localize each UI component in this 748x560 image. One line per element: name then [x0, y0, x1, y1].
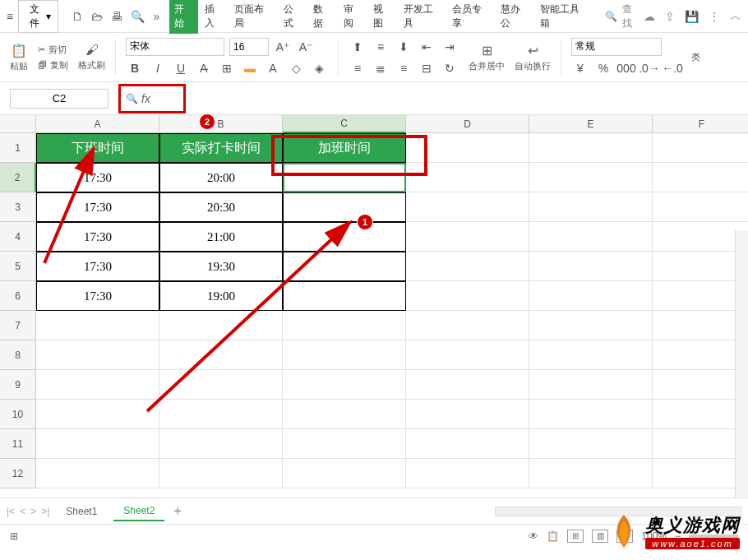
- cell[interactable]: [529, 222, 653, 252]
- cell[interactable]: [36, 400, 159, 429]
- table-cell[interactable]: 17:30: [36, 192, 159, 222]
- paste-icon[interactable]: 📋: [11, 43, 27, 58]
- row-header-2[interactable]: 2: [0, 163, 36, 192]
- indent-inc-icon[interactable]: ⇥: [441, 38, 459, 56]
- tab-review[interactable]: 审阅: [339, 0, 367, 34]
- table-cell[interactable]: 20:30: [159, 192, 283, 222]
- table-cell[interactable]: 17:30: [36, 163, 159, 192]
- table-cell[interactable]: 21:00: [159, 222, 283, 252]
- row-header-10[interactable]: 10: [0, 400, 36, 429]
- row-header-3[interactable]: 3: [0, 192, 36, 222]
- cell[interactable]: [406, 311, 529, 340]
- cell[interactable]: [159, 370, 283, 400]
- cell[interactable]: [283, 429, 406, 459]
- col-header-A[interactable]: A: [36, 115, 159, 133]
- tab-layout[interactable]: 页面布局: [229, 0, 276, 34]
- align-bot-icon[interactable]: ⬇: [395, 38, 413, 56]
- row-header-8[interactable]: 8: [0, 340, 36, 370]
- cell[interactable]: [406, 252, 529, 281]
- table-cell[interactable]: 17:30: [36, 222, 159, 252]
- cell[interactable]: [406, 340, 529, 370]
- table-header[interactable]: 实际打卡时间: [159, 133, 283, 163]
- align-left-icon[interactable]: ≡: [349, 59, 367, 77]
- cell[interactable]: [406, 370, 529, 400]
- decrease-font-icon[interactable]: A⁻: [297, 38, 315, 56]
- cell[interactable]: [653, 163, 748, 192]
- cell[interactable]: [529, 429, 653, 459]
- cell[interactable]: [653, 400, 748, 429]
- row-header-1[interactable]: 1: [0, 133, 36, 163]
- cell[interactable]: [529, 252, 653, 281]
- cell[interactable]: [653, 429, 748, 459]
- select-all-corner[interactable]: [0, 115, 36, 133]
- wrap-icon[interactable]: ↩: [528, 43, 538, 58]
- table-cell[interactable]: 19:00: [159, 281, 283, 311]
- align-top-icon[interactable]: ⬆: [349, 38, 367, 56]
- sheet-tab-2[interactable]: Sheet2: [113, 502, 164, 521]
- cell[interactable]: [529, 133, 653, 163]
- file-menu[interactable]: 文件▾: [18, 0, 58, 33]
- cell[interactable]: [653, 370, 748, 400]
- row-header-12[interactable]: 12: [0, 459, 36, 488]
- tab-hui[interactable]: 慧办公: [496, 0, 533, 34]
- cell[interactable]: [159, 311, 283, 340]
- add-sheet-button[interactable]: ＋: [171, 502, 184, 520]
- cell[interactable]: [283, 400, 406, 429]
- tab-tools[interactable]: 智能工具箱: [535, 0, 592, 34]
- cell[interactable]: [653, 192, 748, 222]
- menu-icon[interactable]: ≡: [7, 10, 13, 23]
- border-button[interactable]: ⊞: [218, 59, 236, 77]
- fx-search-icon[interactable]: 🔍: [126, 93, 138, 104]
- status-icon[interactable]: ⊞: [10, 530, 18, 542]
- cell[interactable]: [283, 340, 406, 370]
- cell[interactable]: [529, 370, 653, 400]
- preview-icon[interactable]: 🔍: [131, 10, 145, 23]
- table-cell[interactable]: [283, 222, 406, 252]
- tab-start[interactable]: 开始: [169, 0, 198, 34]
- clear-button[interactable]: ◈: [310, 59, 328, 77]
- cell[interactable]: [36, 459, 159, 488]
- search-icon[interactable]: 🔍: [605, 11, 617, 22]
- cell[interactable]: [406, 281, 529, 311]
- tab-insert[interactable]: 插入: [200, 0, 229, 34]
- cell[interactable]: [529, 459, 653, 488]
- view-page-icon[interactable]: ▥: [592, 530, 608, 543]
- sheet-tab-1[interactable]: Sheet1: [56, 502, 107, 521]
- table-cell[interactable]: [283, 281, 406, 311]
- cell[interactable]: [36, 311, 159, 340]
- align-center-icon[interactable]: ≣: [372, 59, 390, 77]
- col-header-C[interactable]: C: [283, 115, 406, 133]
- orientation-icon[interactable]: ↻: [441, 59, 459, 77]
- tab-formula[interactable]: 公式: [279, 0, 307, 34]
- cell[interactable]: [36, 340, 159, 370]
- kebab-icon[interactable]: ⋮: [709, 10, 720, 23]
- vertical-scrollbar[interactable]: [735, 230, 748, 498]
- row-header-7[interactable]: 7: [0, 311, 36, 340]
- dec-inc-icon[interactable]: .0→: [640, 59, 658, 77]
- sheet-prev-icon[interactable]: <: [20, 506, 25, 517]
- open-icon[interactable]: 🗁: [91, 10, 103, 23]
- indent-dec-icon[interactable]: ⇤: [418, 38, 436, 56]
- percent-icon[interactable]: %: [594, 59, 612, 77]
- cell[interactable]: [653, 281, 748, 311]
- table-cell[interactable]: [283, 163, 406, 192]
- table-cell[interactable]: 19:30: [159, 252, 283, 281]
- more-icon[interactable]: »: [153, 10, 159, 23]
- fill-button[interactable]: ▬: [241, 59, 259, 77]
- tab-member[interactable]: 会员专享: [447, 0, 494, 34]
- share-icon[interactable]: ⇪: [665, 10, 675, 23]
- cell[interactable]: [36, 429, 159, 459]
- cell[interactable]: [653, 222, 748, 252]
- print-icon[interactable]: 🖶: [111, 10, 122, 23]
- table-header[interactable]: 加班时间: [283, 133, 406, 163]
- cell[interactable]: [36, 370, 159, 400]
- copy-button[interactable]: 🗐复制: [38, 59, 68, 72]
- highlight-button[interactable]: ◇: [287, 59, 305, 77]
- sheet-first-icon[interactable]: |<: [7, 506, 15, 517]
- cell[interactable]: [406, 400, 529, 429]
- distribute-icon[interactable]: ⊟: [418, 59, 436, 77]
- col-header-D[interactable]: D: [406, 115, 529, 133]
- cut-button[interactable]: ✂剪切: [38, 44, 68, 56]
- table-cell[interactable]: 17:30: [36, 252, 159, 281]
- number-format-select[interactable]: [571, 38, 662, 56]
